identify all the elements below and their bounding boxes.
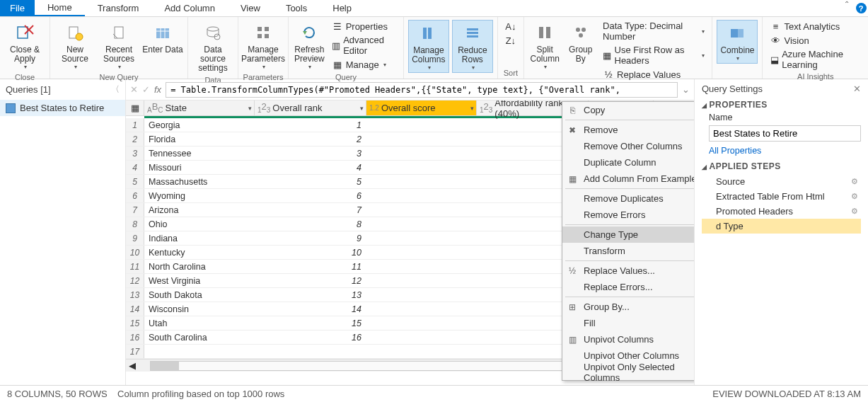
queries-collapse-icon[interactable]: 〈 bbox=[111, 84, 120, 96]
menu-add-column[interactable]: Add Column bbox=[151, 0, 228, 16]
ctx-item[interactable]: Remove Errors bbox=[562, 207, 694, 223]
refresh-preview-button[interactable]: Refresh Preview bbox=[293, 20, 326, 71]
row-header[interactable]: 5 bbox=[126, 175, 144, 188]
close-icon[interactable]: ✕ bbox=[853, 84, 861, 94]
row-header[interactable]: 11 bbox=[126, 260, 144, 273]
properties-button[interactable]: ☰Properties bbox=[329, 20, 399, 33]
ctx-item[interactable]: Fill bbox=[562, 315, 694, 331]
text-analytics-button[interactable]: ≡Text Analytics bbox=[767, 20, 864, 33]
cell-rank: 7 bbox=[255, 203, 366, 217]
applied-step[interactable]: Source⚙ bbox=[702, 174, 861, 189]
menu-item-icon: ⊞ bbox=[567, 302, 578, 312]
first-row-headers-button[interactable]: ▦Use First Row as Headers bbox=[600, 44, 707, 67]
type-int-icon: 123 bbox=[257, 101, 270, 114]
advanced-editor-button[interactable]: ▥Advanced Editor bbox=[329, 34, 399, 57]
row-header[interactable]: 13 bbox=[126, 288, 144, 302]
sort-desc-button[interactable]: Z↓ bbox=[502, 34, 519, 47]
row-header[interactable]: 15 bbox=[126, 316, 144, 330]
formula-input[interactable] bbox=[166, 82, 678, 98]
col-filter-icon[interactable]: ▾ bbox=[248, 105, 252, 112]
applied-step[interactable]: Promoted Headers⚙ bbox=[702, 204, 861, 219]
menu-view[interactable]: View bbox=[228, 0, 273, 16]
cell-rank: 6 bbox=[255, 189, 366, 202]
menu-item-icon: ✖ bbox=[567, 125, 578, 135]
formula-accept-icon[interactable]: ✓ bbox=[142, 84, 150, 95]
reduce-rows-button[interactable]: Reduce Rows bbox=[452, 20, 493, 73]
manage-parameters-button[interactable]: Manage Parameters bbox=[243, 20, 284, 71]
split-column-button[interactable]: Split Column bbox=[528, 20, 562, 71]
ctx-item[interactable]: Remove Duplicates bbox=[562, 190, 694, 207]
sort-asc-button[interactable]: A↓ bbox=[502, 20, 519, 33]
ctx-item[interactable]: ▦Add Column From Examples... bbox=[562, 171, 694, 187]
query-item[interactable]: Best States to Retire bbox=[0, 100, 125, 116]
cell-rank: 4 bbox=[255, 161, 366, 174]
menu-transform[interactable]: Transform bbox=[85, 0, 152, 16]
col-score-header[interactable]: 1.2Overall score▾ bbox=[366, 100, 477, 115]
row-header[interactable]: 16 bbox=[126, 331, 144, 344]
ribbon-collapse-toggle[interactable]: ⌃ bbox=[844, 0, 850, 16]
ctx-item[interactable]: ½Replace Values... bbox=[562, 263, 694, 279]
row-header[interactable]: 10 bbox=[126, 246, 144, 259]
ctx-item[interactable]: ✖Remove bbox=[562, 122, 694, 138]
col-filter-icon[interactable]: ▾ bbox=[360, 105, 364, 112]
ctx-item[interactable]: Unpivot Only Selected Columns bbox=[562, 364, 694, 380]
ctx-item[interactable]: Replace Errors... bbox=[562, 279, 694, 295]
help-icon[interactable]: ? bbox=[854, 0, 868, 16]
manage-button[interactable]: ▦Manage bbox=[329, 58, 399, 71]
row-header[interactable]: 7 bbox=[126, 203, 144, 217]
formula-cancel-icon[interactable]: ✕ bbox=[130, 84, 138, 95]
select-all-corner[interactable]: ▦ bbox=[126, 100, 144, 115]
col-state-header[interactable]: ABCState▾ bbox=[144, 100, 255, 115]
all-properties-link[interactable]: All Properties bbox=[709, 146, 861, 156]
close-apply-label: Close & Apply bbox=[4, 45, 45, 64]
manage-columns-button[interactable]: Manage Columns bbox=[408, 20, 449, 73]
applied-step[interactable]: d Type bbox=[702, 219, 861, 234]
ctx-item[interactable]: Change Type bbox=[562, 226, 694, 243]
gear-icon[interactable]: ⚙ bbox=[851, 192, 858, 201]
row-header[interactable]: 9 bbox=[126, 231, 144, 245]
row-header[interactable]: 6 bbox=[126, 189, 144, 202]
cell-state: Wyoming bbox=[144, 189, 255, 202]
menu-file[interactable]: File bbox=[0, 0, 35, 16]
row-header[interactable]: 2 bbox=[126, 132, 144, 146]
data-source-settings-button[interactable]: Data source settings bbox=[192, 20, 233, 74]
row-header[interactable]: 17 bbox=[126, 345, 144, 358]
group-by-button[interactable]: Group By bbox=[564, 20, 597, 65]
row-header[interactable]: 14 bbox=[126, 302, 144, 316]
menu-tools[interactable]: Tools bbox=[273, 0, 320, 16]
fx-icon[interactable]: fx bbox=[154, 84, 161, 95]
row-header[interactable]: 4 bbox=[126, 161, 144, 174]
col-filter-icon[interactable]: ▾ bbox=[470, 105, 474, 112]
ctx-item[interactable]: Remove Other Columns bbox=[562, 138, 694, 154]
row-header[interactable]: 12 bbox=[126, 274, 144, 287]
ctx-item[interactable]: Duplicate Column bbox=[562, 154, 694, 171]
row-header[interactable]: 8 bbox=[126, 217, 144, 231]
combine-button[interactable]: Combine bbox=[717, 20, 758, 64]
cell-score bbox=[366, 302, 477, 316]
new-source-button[interactable]: New Source bbox=[54, 20, 96, 71]
row-header[interactable]: 1 bbox=[126, 118, 144, 132]
recent-sources-button[interactable]: Recent Sources bbox=[98, 20, 139, 71]
ctx-item[interactable]: ▥Unpivot Columns bbox=[562, 331, 694, 348]
gear-icon[interactable]: ⚙ bbox=[851, 207, 858, 216]
data-type-button[interactable]: Data Type: Decimal Number bbox=[600, 20, 707, 42]
vision-button[interactable]: 👁Vision bbox=[767, 34, 864, 47]
formula-expand-icon[interactable]: ⌄ bbox=[682, 84, 690, 95]
menu-home[interactable]: Home bbox=[35, 0, 85, 16]
gear-icon[interactable]: ⚙ bbox=[851, 177, 858, 186]
svg-rect-21 bbox=[467, 35, 478, 38]
ctx-item[interactable]: ⎘Copy bbox=[562, 102, 694, 118]
row-header[interactable]: 3 bbox=[126, 147, 144, 160]
ctx-item[interactable]: Transform bbox=[562, 243, 694, 259]
applied-step[interactable]: Extracted Table From Html⚙ bbox=[702, 189, 861, 204]
query-name-input[interactable] bbox=[709, 125, 861, 142]
col-rank-header[interactable]: 123Overall rank▾ bbox=[255, 100, 366, 115]
ctx-item[interactable]: ⊞Group By... bbox=[562, 299, 694, 315]
column-context-menu: ⎘Copy✖RemoveRemove Other ColumnsDuplicat… bbox=[562, 101, 694, 381]
menu-help[interactable]: Help bbox=[320, 0, 364, 16]
close-apply-button[interactable]: Close & Apply bbox=[4, 20, 45, 71]
enter-data-button[interactable]: Enter Data bbox=[142, 20, 183, 56]
cell-state: Utah bbox=[144, 316, 255, 330]
svg-marker-16 bbox=[303, 31, 307, 35]
azure-ml-button[interactable]: ⬓Azure Machine Learning bbox=[767, 48, 864, 71]
